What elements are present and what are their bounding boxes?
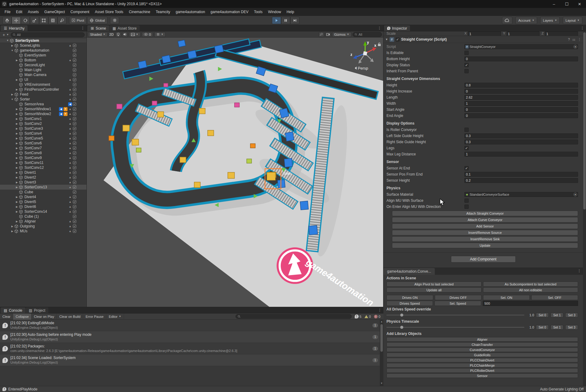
hierarchy-item-outgoing[interactable]: ▶Outgoing▲ xyxy=(0,224,86,229)
scene-lighting-toggle[interactable] xyxy=(115,32,121,37)
tab-console[interactable]: ▤ Console xyxy=(1,307,25,313)
add-component-button[interactable]: Add Component xyxy=(451,256,516,263)
hierarchy-item-sorterconv14[interactable]: ▶SorterConv14▲ xyxy=(0,209,86,214)
play-button[interactable] xyxy=(272,17,281,24)
sel-off-button[interactable]: Sel. OFF xyxy=(531,295,578,300)
object-field-script[interactable]: #StraightConveyor◉ xyxy=(464,44,578,49)
item-checkbox-icon[interactable] xyxy=(73,117,77,121)
scale-z-field[interactable]: 1 xyxy=(545,31,578,36)
property-field-sensor-height[interactable]: 0.2 xyxy=(464,178,578,183)
tab-inspector[interactable]: i Inspector xyxy=(384,25,410,31)
expand-arrow-icon[interactable]: ▼ xyxy=(5,39,10,42)
sel-on-button[interactable]: Sel. ON xyxy=(483,295,530,300)
expand-arrow-icon[interactable]: ▶ xyxy=(15,186,19,189)
library-guiderolls-button[interactable]: GuideRolls xyxy=(386,353,578,357)
clear-on-play-button[interactable]: Clear on Play xyxy=(31,314,57,320)
menu-tools[interactable]: Tools xyxy=(251,8,265,16)
component-menu-icon[interactable]: ⋮ xyxy=(578,38,581,42)
move-tool-button[interactable] xyxy=(12,17,21,24)
layers-dropdown[interactable]: Layers▼ xyxy=(540,17,560,24)
scale-y-field[interactable]: 1 xyxy=(507,31,540,36)
item-checkbox-icon[interactable] xyxy=(73,195,77,199)
add-sensor-button[interactable]: Add Sensor xyxy=(392,223,578,229)
hierarchy-search[interactable] xyxy=(11,32,85,37)
property-field-length[interactable]: 2.62 xyxy=(464,95,578,100)
hierarchy-menu-icon[interactable]: ⋮ xyxy=(81,26,85,30)
hierarchy-item-bottom[interactable]: ▶Bottom▲ xyxy=(0,58,86,63)
hierarchy-item-sortcurve5[interactable]: ▶SortCurve5▲ xyxy=(0,136,86,141)
global-toggle[interactable]: Global xyxy=(87,17,108,24)
item-checkbox-icon[interactable] xyxy=(73,68,77,72)
item-checkbox-icon[interactable] xyxy=(73,127,77,131)
item-checkbox-icon[interactable] xyxy=(73,88,77,92)
library-sensor-button[interactable]: Sensor xyxy=(386,373,578,378)
item-checkbox-icon[interactable] xyxy=(73,176,77,180)
align-pivot-to-last-selected-button[interactable]: Align Pivot to last selected xyxy=(386,281,482,287)
property-checkbox-align-mu-with-surface[interactable] xyxy=(464,198,469,203)
physics-timescale-slider[interactable] xyxy=(386,325,524,329)
collapse-button[interactable]: Collapse xyxy=(13,314,31,320)
expand-arrow-icon[interactable]: ▶ xyxy=(15,132,19,135)
property-field-width[interactable]: 1 xyxy=(464,101,578,106)
item-checkbox-icon[interactable] xyxy=(73,171,77,175)
menu-file[interactable]: File xyxy=(2,8,13,16)
expand-arrow-icon[interactable]: ▶ xyxy=(15,59,19,62)
item-checkbox-icon[interactable] xyxy=(73,53,77,57)
maximize-button[interactable]: ☐ xyxy=(560,0,573,8)
item-checkbox-icon[interactable] xyxy=(73,185,77,189)
hierarchy-item-sorter[interactable]: ▼Sorter▲ xyxy=(0,97,86,102)
expand-arrow-icon[interactable]: ▶ xyxy=(15,196,19,198)
hierarchy-item-sortconv2[interactable]: ▶SortConv2▲ xyxy=(0,121,86,126)
hierarchy-item-cube[interactable]: Cube xyxy=(0,190,86,194)
console-scrollbar[interactable]: ▲ ▼ xyxy=(380,320,383,386)
sel-speed-button[interactable]: Sel. Speed xyxy=(434,301,481,306)
item-checkbox-icon[interactable] xyxy=(73,107,77,111)
insert-remove-source-button[interactable]: Insert/Remove Source xyxy=(392,230,578,235)
item-checkbox-icon[interactable] xyxy=(73,156,77,160)
tab-game4automation-conveyor[interactable]: game4automation.Conve... xyxy=(383,268,435,275)
hierarchy-search-input[interactable] xyxy=(17,33,82,37)
expand-arrow-icon[interactable]: ▶ xyxy=(15,147,19,150)
item-checkbox-icon[interactable] xyxy=(73,215,77,219)
all-drives-speed-override-slider[interactable] xyxy=(386,313,524,317)
expand-arrow-icon[interactable]: ▶ xyxy=(15,152,19,154)
property-checkbox-legs[interactable]: ✓ xyxy=(464,146,469,150)
tab-project[interactable]: ▨ Project xyxy=(26,307,48,313)
console-log-row[interactable]: ![21:02:30] ExitingEditModeUnityEngine.D… xyxy=(0,320,383,331)
menu-game4automation-dev[interactable]: game4automation DEV xyxy=(208,8,251,16)
item-checkbox-icon[interactable] xyxy=(73,97,77,101)
property-field-height[interactable]: 0.8 xyxy=(464,83,578,88)
physics-timescale-set-0-button[interactable]: Set 0 xyxy=(536,325,549,330)
error-pause-button[interactable]: Error Pause xyxy=(83,314,106,320)
item-checkbox-icon[interactable] xyxy=(73,102,77,106)
all-drives-speed-override-set-3-button[interactable]: Set 3 xyxy=(565,313,578,318)
property-field-left-side-guide-height[interactable]: 0.3 xyxy=(464,133,578,138)
hierarchy-item-sortersystem[interactable]: ▼SorterSystem xyxy=(0,38,86,43)
menu-assets[interactable]: Assets xyxy=(25,8,42,16)
hierarchy-item-scenelights[interactable]: ▶SceneLights▲ xyxy=(0,43,86,48)
property-checkbox-is-editable[interactable] xyxy=(464,51,469,55)
hierarchy-item-cube-1[interactable]: Cube (1) xyxy=(0,214,86,219)
expand-arrow-icon[interactable]: ▶ xyxy=(15,201,19,203)
expand-arrow-icon[interactable]: ▶ xyxy=(10,44,14,47)
hierarchy-item-divert3[interactable]: ▶Divert3▲ xyxy=(0,180,86,185)
item-checkbox-icon[interactable] xyxy=(73,180,77,184)
grid-snap-button[interactable] xyxy=(110,17,119,24)
object-picker-icon[interactable]: ◉ xyxy=(573,45,577,49)
menu-game4automation[interactable]: game4automation xyxy=(173,8,208,16)
expand-arrow-icon[interactable]: ▶ xyxy=(10,225,14,228)
scene-audio-toggle[interactable] xyxy=(122,32,128,37)
rotate-tool-button[interactable] xyxy=(21,17,30,24)
custom-tool-button[interactable] xyxy=(57,17,67,24)
scene-search-input[interactable] xyxy=(358,33,380,36)
rect-tool-button[interactable] xyxy=(39,17,48,24)
camera-gizmo-button[interactable] xyxy=(325,32,331,37)
drives-speed-button[interactable]: Drives Speed xyxy=(386,301,433,306)
expand-arrow-icon[interactable]: ▶ xyxy=(15,181,19,184)
menu-component[interactable]: Component xyxy=(68,8,92,16)
menu-asset-store-tools[interactable]: Asset Store Tools xyxy=(92,8,126,16)
hierarchy-item-sortconv9[interactable]: ▶SortConv9▲ xyxy=(0,155,86,160)
object-field-surface-material[interactable]: ◆StandardConveyorSurface◉ xyxy=(464,192,578,197)
hierarchy-item-sorterconv13[interactable]: ▶SorterConv13▲ xyxy=(0,185,86,190)
expand-arrow-icon[interactable]: ▶ xyxy=(15,137,19,140)
